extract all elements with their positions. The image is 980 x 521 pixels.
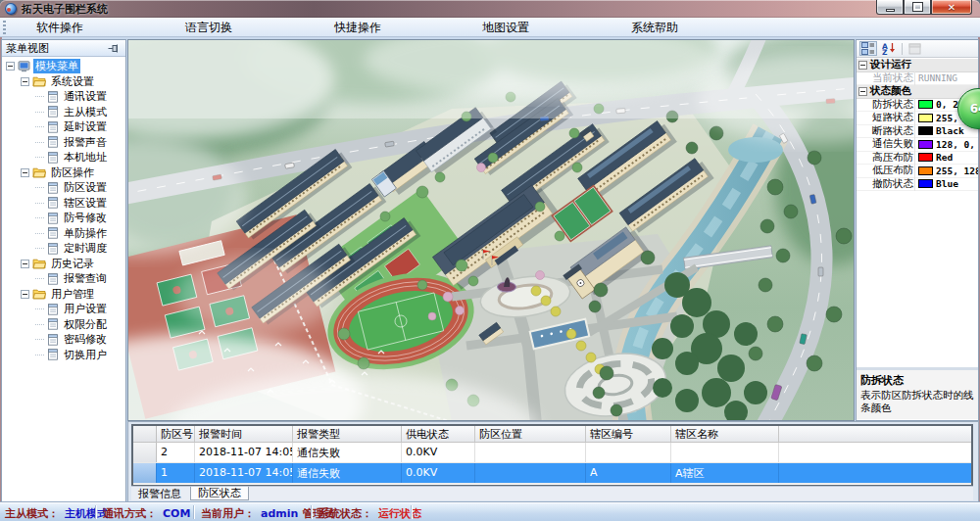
column-header-0[interactable]: 防区号 <box>157 426 195 442</box>
tree-item-6[interactable]: 本机地址 <box>2 150 125 166</box>
maximize-icon <box>913 3 922 11</box>
menu-item-1[interactable]: 语言切换 <box>181 20 236 35</box>
tree-item-7[interactable]: 防区操作 <box>2 166 125 181</box>
tree-item-label: 用户管理 <box>49 287 96 302</box>
property-value[interactable]: 255, 128, 0 <box>915 166 978 176</box>
property-group-1[interactable]: 状态颜色 <box>857 85 978 99</box>
expander-icon[interactable] <box>21 77 29 86</box>
tree-item-2[interactable]: 通讯设置 <box>2 89 125 105</box>
window-controls: ✕ <box>876 0 972 15</box>
menu-item-2[interactable]: 快捷操作 <box>330 20 385 35</box>
property-row-1-2[interactable]: 断路状态Black <box>857 125 978 139</box>
property-value-text: 128, 0, 255 <box>936 139 978 150</box>
tree-item-14[interactable]: 报警查询 <box>2 271 125 287</box>
property-description-text: 表示防区防拆状态时的线条颜色 <box>860 389 974 414</box>
tree-item-1[interactable]: 系统设置 <box>2 74 125 90</box>
color-swatch <box>918 114 933 122</box>
collapse-icon[interactable] <box>858 61 867 70</box>
menu-drag-handle-icon[interactable] <box>3 21 6 34</box>
tree-item-18[interactable]: 密码修改 <box>2 332 125 348</box>
tree-item-3[interactable]: 主从模式 <box>2 105 125 120</box>
property-row-1-5[interactable]: 低压布防255, 128, 0 <box>857 165 978 178</box>
property-value[interactable]: RUNNING <box>915 72 978 83</box>
minimize-button[interactable] <box>876 0 904 15</box>
page-icon <box>47 334 59 346</box>
tree-branch-line <box>35 112 44 113</box>
cell-0-2: 通信失败 <box>293 443 402 462</box>
tree-item-8[interactable]: 防区设置 <box>2 180 125 196</box>
page-icon <box>47 197 59 209</box>
tree-item-12[interactable]: 定时调度 <box>2 241 125 257</box>
property-value[interactable]: Red <box>915 152 978 163</box>
property-value-text: Blue <box>936 178 958 189</box>
pin-icon[interactable] <box>108 43 119 54</box>
property-value[interactable]: Blue <box>915 178 978 189</box>
column-header-3[interactable]: 供电状态 <box>402 426 475 442</box>
cell-0-4 <box>475 443 586 462</box>
tree-item-label: 历史记录 <box>49 257 96 271</box>
property-row-1-6[interactable]: 撤防状态Blue <box>857 178 978 192</box>
tree-item-label: 辖区设置 <box>62 196 109 211</box>
expander-icon[interactable] <box>6 62 15 71</box>
tree-item-16[interactable]: 用户设置 <box>2 302 125 317</box>
maximize-button[interactable] <box>904 0 931 15</box>
toolbar-separator <box>902 43 903 55</box>
svg-text:Z: Z <box>882 48 888 55</box>
property-value[interactable]: 128, 0, 255 <box>915 139 978 150</box>
column-header-2[interactable]: 报警类型 <box>293 426 402 442</box>
campus-map-svg: .broof{fill:#3c4f63;stroke:#2c3c4d;strok… <box>128 40 855 421</box>
table-row-1[interactable]: 12018-11-07 14:05:42通信失败0.0KVAA辖区 <box>133 463 971 484</box>
tree-branch-line <box>35 203 44 204</box>
color-swatch <box>918 153 933 162</box>
campus-map[interactable]: .broof{fill:#3c4f63;stroke:#2c3c4d;strok… <box>127 39 855 421</box>
menu-item-0[interactable]: 软件操作 <box>32 20 87 35</box>
column-header-1[interactable]: 报警时间 <box>195 426 293 442</box>
tree-item-5[interactable]: 报警声音 <box>2 135 125 151</box>
column-header-5[interactable]: 辖区编号 <box>586 426 671 442</box>
bottom-panel: 防区号报警时间报警类型供电状态防区位置辖区编号辖区名称 22018-11-07 … <box>127 421 979 502</box>
property-row-1-4[interactable]: 高压布防Red <box>857 152 978 166</box>
tab-0[interactable]: 报警信息 <box>131 487 188 500</box>
tree-item-17[interactable]: 权限分配 <box>2 317 125 333</box>
property-value-text: RUNNING <box>918 72 957 83</box>
collapse-icon[interactable] <box>858 87 867 96</box>
alphabetical-icon[interactable]: AZ <box>880 41 898 56</box>
expander-icon[interactable] <box>21 168 29 177</box>
menu-bar: 软件操作语言切换快捷操作地图设置系统帮助 <box>0 18 980 37</box>
table-row-0[interactable]: 22018-11-07 14:05:42通信失败0.0KV <box>133 443 971 463</box>
tree-item-13[interactable]: 历史记录 <box>2 257 125 272</box>
property-group-0[interactable]: 设计运行 <box>857 59 978 72</box>
left-panel: 菜单视图 模块菜单系统设置通讯设置主从模式延时设置报警声音本机地址防区操作防区设… <box>1 39 126 502</box>
column-header-6[interactable]: 辖区名称 <box>671 426 779 442</box>
menu-item-3[interactable]: 地图设置 <box>478 20 533 35</box>
cell-1-5: A <box>586 463 671 483</box>
expander-icon[interactable] <box>21 260 29 268</box>
status-value: COM <box>163 507 190 520</box>
tree-item-10[interactable]: 防号修改 <box>2 211 125 226</box>
categorized-icon[interactable] <box>859 41 877 56</box>
tree-item-11[interactable]: 单防操作 <box>2 226 125 242</box>
property-row-1-3[interactable]: 通信失败128, 0, 255 <box>857 138 978 152</box>
tab-1[interactable]: 防区状态 <box>190 487 249 500</box>
menu-item-4[interactable]: 系统帮助 <box>627 20 682 35</box>
expander-icon[interactable] <box>21 290 29 299</box>
tree-item-4[interactable]: 延时设置 <box>2 119 125 135</box>
tree-item-0[interactable]: 模块菜单 <box>2 59 125 74</box>
property-row-0-0[interactable]: 当前状态RUNNING <box>857 72 978 86</box>
status-separator-3 <box>411 505 412 519</box>
bottom-tabstrip: 报警信息防区状态 <box>131 486 973 500</box>
column-header-4[interactable]: 防区位置 <box>475 426 586 442</box>
folder-icon <box>32 166 46 178</box>
cell-1-6: A辖区 <box>671 463 779 483</box>
row-indicator <box>133 443 157 462</box>
row-indicator <box>133 463 157 483</box>
tree-item-15[interactable]: 用户管理 <box>2 287 125 303</box>
cell-1-2: 通信失败 <box>293 463 402 483</box>
tree-item-label: 报警查询 <box>62 271 109 286</box>
tree-item-9[interactable]: 辖区设置 <box>2 196 125 212</box>
title-bar[interactable]: 拓天电子围栏系统 ✕ <box>0 0 980 18</box>
tree-branch-line <box>35 355 44 355</box>
close-button[interactable]: ✕ <box>931 0 972 15</box>
tree-item-19[interactable]: 切换用户 <box>2 348 125 363</box>
tree-branch-line <box>35 126 44 127</box>
